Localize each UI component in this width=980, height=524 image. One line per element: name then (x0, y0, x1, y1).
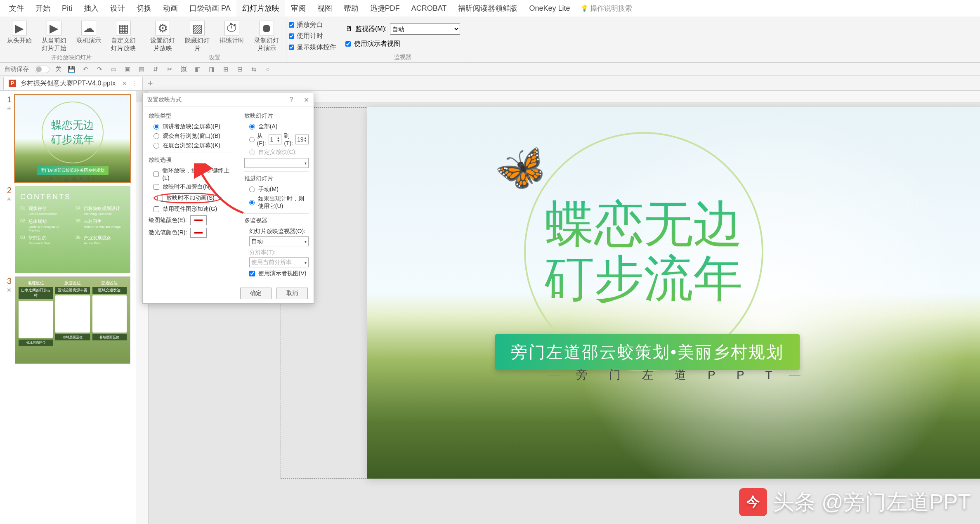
slides-all[interactable]: 全部(A) (249, 123, 309, 130)
tab-pdf[interactable]: 迅捷PDF (364, 0, 406, 17)
slide-thumbnails-panel[interactable]: 1✳ 蝶恋无边矴步流年 旁门左道邵云蛟策划•美丽乡村规划 旁 门 左 道 P P… (0, 91, 136, 524)
setup-slideshow-button[interactable]: ⚙设置幻灯片放映 (147, 19, 178, 54)
qat-icon[interactable]: ⊟ (236, 65, 244, 73)
ribbon-group-start-slideshow: ▶从头开始 ▶从当前幻灯片开始 ☁联机演示 ▦自定义幻灯片放映 开始放映幻灯片 (0, 17, 143, 62)
tab-review[interactable]: 审阅 (285, 0, 312, 17)
qat-icon[interactable]: ▣ (123, 65, 132, 73)
footer-text: 旁 门 左 道 P P T (541, 367, 817, 383)
qat-icon[interactable]: ▤ (137, 65, 146, 73)
document-tab-strip: P 乡村振兴创意大赛PPT-V4.0.pptx × ⋮ + (0, 76, 980, 91)
cancel-button[interactable]: 取消 (276, 288, 308, 299)
watermark-text: @旁门左道PPT (822, 488, 971, 517)
slides-range[interactable]: 从(F): 1▲▼ 到(T): 19▲▼ (249, 132, 309, 146)
monitor-select[interactable]: 自动 (390, 23, 460, 35)
show-media-controls-check[interactable]: 显示媒体控件 (289, 43, 336, 52)
record-slideshow-button[interactable]: ⏺录制幻灯片演示 (251, 19, 282, 54)
present-online-button[interactable]: ☁联机演示 (73, 19, 104, 54)
qat-icon[interactable]: ▭ (109, 65, 118, 73)
to-slide-field[interactable]: 19▲▼ (295, 135, 309, 144)
play-icon: ▶ (12, 21, 27, 35)
ribbon-group-monitors: 🖥 监视器(M): 自动 使用演示者视图 监视器 (339, 17, 467, 62)
tab-help[interactable]: 帮助 (338, 0, 364, 17)
from-beginning-button[interactable]: ▶从头开始 (4, 19, 35, 54)
tell-me-placeholder: 操作说明搜索 (590, 4, 632, 13)
slide-thumbnail-2[interactable]: CONTENTS 01现状评估Status Assessment 04目标策略规… (15, 186, 130, 273)
show-slides-group-label: 放映幻灯片 (244, 112, 309, 120)
quick-access-toolbar: 自动保存 关 💾 ↶ ↷ ▭ ▣ ▤ ⇵ ✂ 🖼 ◧ ◨ ⊞ ⊟ ⇆ ○ (0, 63, 980, 76)
use-presenter-view-dialog[interactable]: 使用演示者视图(V) (249, 270, 309, 277)
close-tab-icon[interactable]: × (122, 79, 127, 88)
slide-thumbnail-3[interactable]: 地理区位山水之间的矴步古村省域层面区位 旅游区位区域旅游资源丰富市域层面区位 交… (15, 276, 130, 364)
qat-icon[interactable]: ✂ (165, 65, 174, 73)
laser-color-button[interactable] (190, 228, 207, 238)
tab-insert[interactable]: 插入 (78, 0, 104, 17)
menubar: 文件 开始 Piti 插入 设计 切换 动画 口袋动画 PA 幻灯片放映 审阅 … (0, 0, 980, 17)
monitor-select-label: 幻灯片放映监视器(O): (249, 228, 305, 234)
loop-until-esc[interactable]: 循环放映，按 ESC 键终止(L) (153, 167, 234, 181)
title-line-1: 蝶恋无边 (545, 197, 743, 252)
show-without-animation[interactable]: 放映时不加动画(S) (153, 193, 234, 203)
ok-button[interactable]: 确定 (240, 288, 272, 299)
tab-piti[interactable]: Piti (56, 1, 78, 16)
qat-icon[interactable]: ◧ (194, 65, 202, 73)
tab-animations[interactable]: 动画 (157, 0, 184, 17)
use-timings-check[interactable]: 使用计时 (289, 32, 336, 40)
from-current-button[interactable]: ▶从当前幻灯片开始 (39, 19, 69, 54)
show-options-group-label: 放映选项 (149, 156, 234, 164)
contents-grid: 01现状评估Status Assessment 04目标策略规划设计Planni… (20, 205, 125, 245)
rehearse-timings-button[interactable]: ⏱排练计时 (217, 19, 247, 54)
thumbnail-row-1[interactable]: 1✳ 蝶恋无边矴步流年 旁门左道邵云蛟策划•美丽乡村规划 旁 门 左 道 P P… (0, 93, 136, 184)
tab-design[interactable]: 设计 (104, 0, 131, 17)
play-narration-check[interactable]: 播放旁白 (289, 21, 336, 29)
show-without-narration[interactable]: 放映时不加旁白(N) (153, 183, 234, 191)
pen-color-button[interactable] (190, 215, 207, 225)
hide-slide-button[interactable]: ▨隐藏幻灯片 (182, 19, 213, 54)
tab-onekey[interactable]: OneKey Lite (523, 1, 576, 16)
qat-icon[interactable]: ◨ (208, 65, 216, 73)
dialog-close-button[interactable]: ✕ (299, 93, 314, 106)
thumbnail-row-3[interactable]: 3✳ 地理区位山水之间的矴步古村省域层面区位 旅游区位区域旅游资源丰富市域层面区… (0, 275, 136, 366)
tab-acrobat[interactable]: ACROBAT (406, 1, 453, 16)
advance-manual[interactable]: 手动(M) (249, 186, 309, 193)
slideshow-monitor-select[interactable]: 自动▾ (249, 236, 309, 246)
slide-thumbnail-1[interactable]: 蝶恋无边矴步流年 旁门左道邵云蛟策划•美丽乡村规划 旁 门 左 道 P P T (15, 95, 130, 182)
qat-icon[interactable]: ⊞ (222, 65, 230, 73)
new-tab-button[interactable]: + (148, 78, 153, 89)
tab-file[interactable]: 文件 (3, 0, 30, 17)
tell-me-search[interactable]: 操作说明搜索 (581, 4, 632, 13)
qat-icon[interactable]: ○ (264, 65, 272, 73)
advance-timed[interactable]: 如果出现计时，则使用它(U) (249, 195, 309, 210)
qat-icon[interactable]: ⇵ (151, 65, 160, 73)
dialog-help-button[interactable]: ? (284, 93, 299, 106)
slide-canvas[interactable]: 🦋 蝶恋无边 矴步流年 旁门左道邵云蛟策划•美丽乡村规划 旁 门 左 道 P P… (367, 107, 980, 479)
show-type-kiosk[interactable]: 在展台浏览(全屏幕)(K) (153, 142, 234, 149)
subtitle-band: 旁门左道邵云蛟策划•美丽乡村规划 (495, 334, 800, 370)
from-slide-field[interactable]: 1▲▼ (269, 135, 282, 144)
tab-transitions[interactable]: 切换 (131, 0, 157, 17)
tab-home[interactable]: 开始 (30, 0, 56, 17)
undo-icon[interactable]: ↶ (81, 65, 90, 73)
gear-icon: ⚙ (155, 21, 170, 35)
tab-view[interactable]: 视图 (312, 0, 338, 17)
slides-custom[interactable]: 自定义放映(C): (249, 149, 309, 156)
show-type-presenter[interactable]: 演讲者放映(全屏幕)(P) (153, 123, 234, 130)
map-placeholder (19, 301, 53, 338)
show-type-group-label: 放映类型 (149, 112, 234, 120)
tab-menu-icon[interactable]: ⋮ (131, 80, 137, 87)
tab-slideshow[interactable]: 幻灯片放映 (236, 0, 285, 17)
powerpoint-icon: P (9, 80, 16, 87)
autosave-toggle[interactable] (35, 66, 50, 73)
custom-slideshow-button[interactable]: ▦自定义幻灯片放映 (108, 19, 139, 54)
tab-pa[interactable]: 口袋动画 PA (184, 0, 236, 17)
use-presenter-view-check[interactable]: 使用演示者视图 (343, 35, 463, 49)
show-type-browsed[interactable]: 观众自行浏览(窗口)(B) (153, 132, 234, 140)
clock-icon: ⏱ (224, 21, 239, 35)
thumbnail-row-2[interactable]: 2✳ CONTENTS 01现状评估Status Assessment 04目标… (0, 184, 136, 275)
qat-icon[interactable]: 🖼 (179, 65, 188, 73)
qat-icon[interactable]: ⇆ (250, 65, 258, 73)
document-tab[interactable]: P 乡村振兴创意大赛PPT-V4.0.pptx × ⋮ (3, 77, 143, 90)
save-icon[interactable]: 💾 (67, 65, 76, 73)
tab-foxit[interactable]: 福昕阅读器领鲜版 (452, 0, 523, 17)
disable-hw-accel[interactable]: 禁用硬件图形加速(G) (153, 205, 234, 213)
redo-icon[interactable]: ↷ (95, 65, 104, 73)
